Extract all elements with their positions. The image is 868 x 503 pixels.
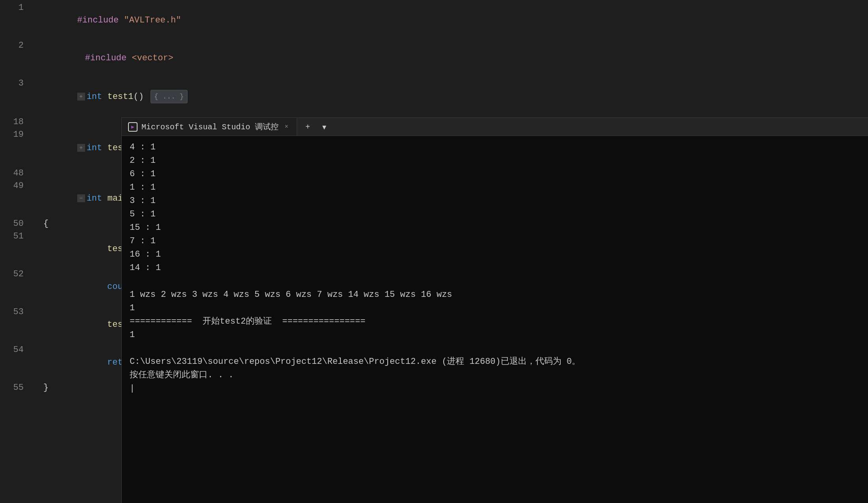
line-content-2: #include <vector> xyxy=(32,39,868,77)
terminal-line-6: 5 : 1 xyxy=(130,208,860,221)
line-num-51: 51 xyxy=(0,230,32,243)
terminal-blank-2 xyxy=(130,342,860,355)
terminal-content[interactable]: 4 : 1 2 : 1 6 : 1 1 : 1 3 : 1 5 : 1 15 :… xyxy=(122,136,868,503)
line-num-1: 1 xyxy=(0,2,32,14)
line-content-1: #include "AVLTree.h" xyxy=(32,2,868,39)
terminal-line-3: 6 : 1 xyxy=(130,168,860,181)
line-num-49: 49 xyxy=(0,180,32,192)
terminal-panel: ▶ Microsoft Visual Studio 调试控 × + ▾ 4 : … xyxy=(121,117,868,503)
line-num-50: 50 xyxy=(0,218,32,230)
terminal-line-11: 1 wzs 2 wzs 3 wzs 4 wzs 5 wzs 6 wzs 7 wz… xyxy=(130,288,860,302)
terminal-tab-label: Microsoft Visual Studio 调试控 xyxy=(141,121,279,132)
terminal-dropdown-button[interactable]: ▾ xyxy=(318,120,331,134)
line-num-53: 53 xyxy=(0,306,32,319)
new-terminal-button[interactable]: + xyxy=(301,120,314,134)
code-line-3: 3 +int test1() { ... } xyxy=(0,77,868,116)
terminal-cursor-line xyxy=(130,382,860,395)
fold-icon-49[interactable]: − xyxy=(77,194,85,202)
code-line-2: 2 #include <vector> xyxy=(0,39,868,77)
terminal-line-close: 按任意键关闭此窗口. . . xyxy=(130,369,860,382)
terminal-tab[interactable]: ▶ Microsoft Visual Studio 调试控 × xyxy=(122,118,297,136)
terminal-tab-icon: ▶ xyxy=(128,122,138,132)
terminal-line-10: 14 : 1 xyxy=(130,261,860,275)
line-num-3: 3 xyxy=(0,77,32,90)
line-num-54: 54 xyxy=(0,344,32,356)
terminal-blank-1 xyxy=(130,275,860,288)
terminal-tab-close[interactable]: × xyxy=(283,123,290,131)
terminal-line-2: 2 : 1 xyxy=(130,154,860,168)
fold-icon-3[interactable]: + xyxy=(77,93,85,101)
terminal-line-1: 4 : 1 xyxy=(130,141,860,154)
terminal-line-14: 1 xyxy=(130,328,860,342)
vs-icon: ▶ xyxy=(131,124,134,130)
line-num-18: 18 xyxy=(0,116,32,129)
terminal-line-7: 15 : 1 xyxy=(130,221,860,235)
line-content-3: +int test1() { ... } xyxy=(32,77,868,116)
terminal-line-8: 7 : 1 xyxy=(130,235,860,248)
terminal-tab-actions: + ▾ xyxy=(297,120,335,134)
fold-icon-19[interactable]: + xyxy=(77,144,85,152)
terminal-line-4: 1 : 1 xyxy=(130,181,860,194)
terminal-line-9: 16 : 1 xyxy=(130,248,860,261)
code-line-1: 1 #include "AVLTree.h" xyxy=(0,2,868,39)
line-num-48: 48 xyxy=(0,167,32,180)
terminal-line-exit: C:\Users\23119\source\repos\Project12\Re… xyxy=(130,355,860,369)
terminal-line-5: 3 : 1 xyxy=(130,194,860,208)
terminal-tab-bar: ▶ Microsoft Visual Studio 调试控 × + ▾ xyxy=(122,118,868,136)
terminal-line-13: ============ 开始test2的验证 ================ xyxy=(130,315,860,328)
terminal-line-12: 1 xyxy=(130,302,860,315)
folded-hint-3: { ... } xyxy=(151,90,188,103)
line-num-52: 52 xyxy=(0,268,32,281)
line-num-19: 19 xyxy=(0,129,32,141)
line-num-55: 55 xyxy=(0,382,32,394)
line-num-2: 2 xyxy=(0,39,32,52)
